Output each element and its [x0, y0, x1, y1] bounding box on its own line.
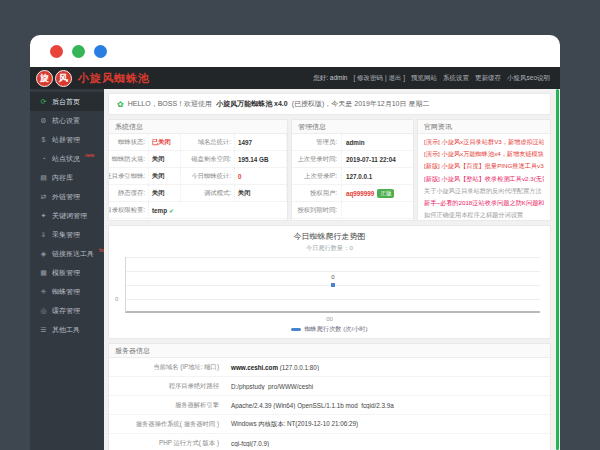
- row-value: 关闭: [235, 185, 287, 201]
- window-maximize-button[interactable]: [94, 45, 107, 58]
- app-body: ⟳ 后台首页 ⚙ 核心设置 $ 站群管理 ◔ 站点状况 new ▤: [30, 89, 560, 450]
- row-label: 当前域名 (IP地址: 端口): [109, 363, 227, 372]
- info-panels: 系统信息 蜘蛛状态: 已关闭 域名总统计: 1497 蜘蛛防火墙: 关闭: [108, 119, 551, 221]
- welcome-text-post: (已授权版)，今天是 2019年12月10日 星期二: [292, 99, 430, 109]
- row-label: 授权用户:: [292, 185, 342, 201]
- row-label: 今日蜘蛛统计:: [181, 168, 235, 184]
- news-link[interactable]: [新版] 小旋风【百度】批量PING推送工具v3(日推送量百万): [424, 160, 544, 172]
- row-label: 磁盘剩余空间:: [181, 151, 235, 167]
- sidebar-item-templates[interactable]: ▦ 模板管理: [30, 263, 104, 282]
- news-link[interactable]: [演示] 小旋风x泛目录站群V3，新增虚拟泛站系统，新版模板干扰: [424, 136, 544, 148]
- download-icon: ⇓: [39, 231, 48, 239]
- server-info-panel: 服务器信息 当前域名 (IP地址: 端口) www.ceshi.com (127…: [108, 343, 551, 450]
- news-link[interactable]: [新版] 小旋风【整站】收录检测工具v2.3(无需Cookie): [424, 173, 544, 185]
- sidebar-item-collection[interactable]: ⇓ 采集管理: [30, 225, 104, 244]
- admin-app: 旋 风 小旋风蜘蛛池 您好: admin [ 修改密码 | 退出 ] 预览网站 …: [30, 67, 560, 450]
- table-row: 上次登录时间: 2019-07-11 22:04: [292, 151, 413, 168]
- sidebar-item-content-library[interactable]: ▤ 内容库: [30, 168, 104, 187]
- row-value: 1497: [235, 134, 287, 150]
- header-links: 您好: admin [ 修改密码 | 退出 ] 预览网站 系统设置 更新缓存 小…: [313, 74, 550, 83]
- sidebar-item-external-links[interactable]: ⇄ 外链管理: [30, 187, 104, 206]
- row-value: 已关闭: [149, 134, 181, 150]
- temp-dir-value: temp: [152, 207, 167, 214]
- admin-info-title: 管理信息: [292, 120, 413, 134]
- sidebar-item-label: 其他工具: [52, 325, 80, 335]
- table-row: 目录权限检查: temp ✔: [109, 202, 287, 219]
- table-row: 蜘蛛状态: 已关闭 域名总统计: 1497: [109, 134, 287, 151]
- news-link[interactable]: 新手~必看的2018泛站收录问题之防K问题和解决方法: [424, 197, 544, 209]
- table-row: 蜘蛛防火墙: 关闭 磁盘剩余空间: 195.14 GB: [109, 151, 287, 168]
- data-point[interactable]: 0: [331, 283, 335, 287]
- app-logo[interactable]: 旋 风 小旋风蜘蛛池: [36, 70, 150, 87]
- sidebar-item-other-tools[interactable]: ☰ 其他工具: [30, 320, 104, 339]
- cache-icon: ◎: [39, 307, 48, 315]
- dollar-icon: $: [39, 136, 48, 143]
- sidebar-item-core-settings[interactable]: ⚙ 核心设置: [30, 111, 104, 130]
- row-value: Apache/2.4.39 (Win64) OpenSSL/1.1.1b mod…: [227, 402, 550, 409]
- sidebar-item-cache[interactable]: ◎ 缓存管理: [30, 301, 104, 320]
- nav-seo-help[interactable]: 小旋风seo说明: [507, 74, 550, 83]
- table-row: 服务器解析引擎 Apache/2.4.39 (Win64) OpenSSL/1.…: [109, 396, 550, 415]
- sidebar-item-label: 模板管理: [52, 268, 80, 278]
- logo-seal-icon: 风: [55, 70, 72, 87]
- app-header: 旋 风 小旋风蜘蛛池 您好: admin [ 修改密码 | 退出 ] 预览网站 …: [30, 67, 560, 89]
- row-value: 195.14 GB: [235, 151, 287, 167]
- plant-icon: ✿: [117, 100, 124, 109]
- table-row: 授权用户: aq999999 正版: [292, 185, 413, 202]
- row-label: 调试模式:: [181, 185, 235, 201]
- row-value: Windows 内核版本: NT(2019-12-10 21:06:29): [227, 420, 550, 429]
- chart-legend[interactable]: 蜘蛛爬行次数 (次/小时): [109, 325, 550, 334]
- table-row: 程序目录绝对路径 D:/phpstudy_pro/WWW/ceshi: [109, 377, 550, 396]
- news-link[interactable]: [演示] 小旋风x万能蜘蛛池x4，新增友链模块，转向MIP推送: [424, 148, 544, 160]
- gear-icon: ⚙: [39, 117, 48, 125]
- server-info-title: 服务器信息: [109, 344, 550, 358]
- row-label: PHP 运行方式( 版本 ): [109, 439, 227, 448]
- row-label: 管理员:: [292, 134, 342, 150]
- row-label: 静态缓存:: [109, 185, 149, 201]
- library-icon: ▤: [39, 174, 48, 182]
- sidebar-item-label: 采集管理: [52, 230, 80, 240]
- welcome-text-pre: HELLO，BOSS！欢迎使用: [128, 99, 212, 109]
- legend-label: 蜘蛛爬行次数 (次/小时): [304, 325, 367, 334]
- nav-refresh-cache[interactable]: 更新缓存: [475, 74, 501, 83]
- row-value: 127.0.0.1: [342, 173, 413, 180]
- account-links[interactable]: [ 修改密码 | 退出 ]: [353, 74, 405, 83]
- nav-system-settings[interactable]: 系统设置: [443, 74, 469, 83]
- push-icon: ◈: [39, 250, 48, 258]
- news-link[interactable]: 如何正确使用本程序之标题分词设置: [424, 209, 544, 221]
- browser-titlebar: [30, 35, 560, 67]
- row-label: 蜘蛛防火墙:: [109, 151, 149, 167]
- window-minimize-button[interactable]: [72, 45, 85, 58]
- row-value: www.ceshi.com (127.0.0.1:80): [227, 364, 550, 371]
- news-link[interactable]: 关于小旋风泛目录站群的反向代理配置方法: [424, 185, 544, 197]
- row-value: 2019-07-11 22:04: [342, 156, 413, 163]
- sidebar-item-keywords[interactable]: ✦ 关键词管理: [30, 206, 104, 225]
- sidebar-item-label: 站点状况: [52, 154, 80, 164]
- row-label: 上次登录IP:: [292, 168, 342, 184]
- browser-window: 旋 风 小旋风蜘蛛池 您好: admin [ 修改密码 | 退出 ] 预览网站 …: [30, 35, 560, 450]
- sidebar-item-site-status[interactable]: ◔ 站点状况 new: [30, 149, 104, 168]
- news-panel: 官网资讯 [演示] 小旋风x泛目录站群V3，新增虚拟泛站系统，新版模板干扰 [演…: [417, 119, 551, 221]
- sidebar: ⟳ 后台首页 ⚙ 核心设置 $ 站群管理 ◔ 站点状况 new ▤: [30, 89, 104, 450]
- sidebar-item-label: 缓存管理: [52, 306, 80, 316]
- table-row: 服务器操作系统( 服务器时间 ) Windows 内核版本: NT(2019-1…: [109, 415, 550, 434]
- spider-icon: ✳: [39, 288, 48, 296]
- logo-seal-icon: 旋: [36, 70, 53, 87]
- row-value: 0: [235, 168, 287, 184]
- license-user: aq999999: [346, 190, 374, 197]
- system-info-panel: 系统信息 蜘蛛状态: 已关闭 域名总统计: 1497 蜘蛛防火墙: 关闭: [108, 119, 288, 221]
- domain-value: www.ceshi.com: [231, 364, 278, 371]
- sidebar-item-label: 内容库: [52, 173, 73, 183]
- check-icon: ✔: [169, 207, 174, 214]
- welcome-bar: ✿ HELLO，BOSS！欢迎使用 小旋风万能蜘蛛池 x4.0 (已授权版)，今…: [108, 93, 551, 115]
- license-badge: 正版: [377, 189, 394, 198]
- sidebar-item-home[interactable]: ⟳ 后台首页: [30, 92, 104, 111]
- table-row: PHP 运行方式( 版本 ) cgi-fcgi(7.0.9): [109, 434, 550, 450]
- page-scrollbar[interactable]: [556, 89, 559, 450]
- sidebar-item-site-group[interactable]: $ 站群管理: [30, 130, 104, 149]
- window-close-button[interactable]: [50, 45, 63, 58]
- sidebar-item-spiders[interactable]: ✳ 蜘蛛管理: [30, 282, 104, 301]
- nav-preview-site[interactable]: 预览网站: [411, 74, 437, 83]
- sidebar-item-push-tools[interactable]: ◈ 链接推送工具 hot: [30, 244, 104, 263]
- table-row: 授权到期时间:: [292, 202, 413, 219]
